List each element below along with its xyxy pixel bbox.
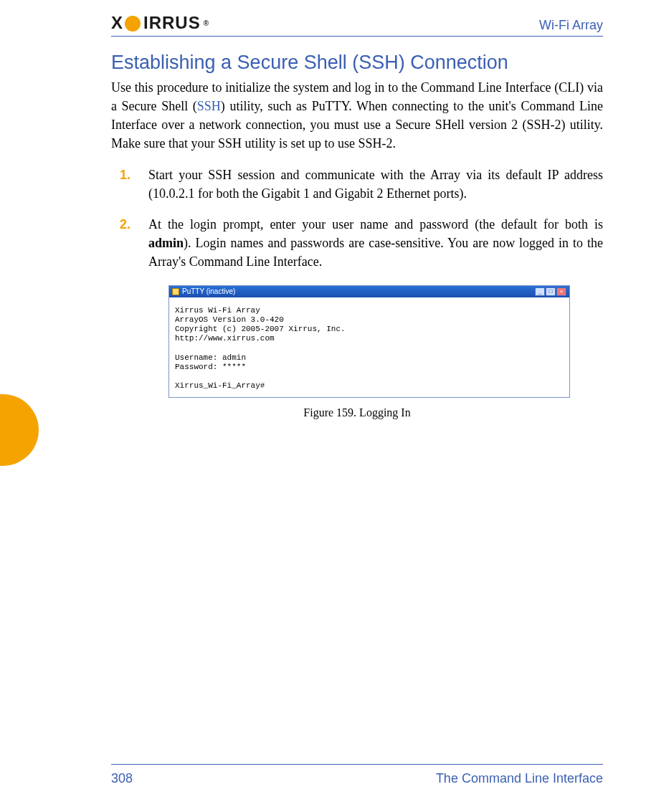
page-footer: 308 The Command Line Interface <box>111 771 603 786</box>
brand-logo: XIRRUS® <box>111 13 209 33</box>
putty-terminal[interactable]: Xirrus Wi-Fi Array ArrayOS Version 3.0-4… <box>169 297 569 397</box>
step-2-pre: At the login prompt, enter your user nam… <box>148 217 603 231</box>
step-marker: 1. <box>120 166 130 184</box>
step-1-text: Start your SSH session and communicate w… <box>148 168 603 201</box>
brand-logo-text: IRRUS <box>143 13 201 33</box>
registered-icon: ® <box>204 19 209 27</box>
side-thumb-tab <box>0 394 39 466</box>
figure-caption: Figure 159. Logging In <box>111 406 603 419</box>
step-marker: 2. <box>120 215 130 234</box>
section-title: The Command Line Interface <box>436 771 603 786</box>
logo-dot-icon <box>125 16 141 32</box>
default-credential: admin <box>148 236 184 250</box>
main-content: Establishing a Secure Shell (SSH) Connec… <box>111 52 603 419</box>
minimize-button[interactable]: _ <box>535 287 545 296</box>
footer-divider <box>111 764 603 765</box>
maximize-button[interactable]: □ <box>546 287 556 296</box>
step-2: 2. At the login prompt, enter your user … <box>148 215 603 271</box>
ssh-link[interactable]: SSH <box>197 99 221 113</box>
intro-paragraph: Use this procedure to initialize the sys… <box>111 78 603 153</box>
putty-window: PuTTY (inactive) _ □ × Xirrus Wi-Fi Arra… <box>168 285 570 398</box>
putty-titlebar: PuTTY (inactive) _ □ × <box>169 286 569 297</box>
page-header: XIRRUS® Wi-Fi Array <box>111 13 603 37</box>
page-title: Establishing a Secure Shell (SSH) Connec… <box>111 52 603 74</box>
close-button[interactable]: × <box>556 287 566 296</box>
steps-list: 1. Start your SSH session and communicat… <box>111 166 603 270</box>
window-buttons: _ □ × <box>535 287 566 296</box>
putty-title: PuTTY (inactive) <box>182 287 235 295</box>
page-number: 308 <box>111 771 133 786</box>
step-1: 1. Start your SSH session and communicat… <box>148 166 603 203</box>
step-2-post: ). Login names and passwords are case-se… <box>148 236 603 269</box>
putty-app-icon <box>172 288 179 295</box>
header-divider <box>111 36 603 37</box>
letter-x: X <box>111 13 123 33</box>
product-name: Wi-Fi Array <box>539 18 603 33</box>
